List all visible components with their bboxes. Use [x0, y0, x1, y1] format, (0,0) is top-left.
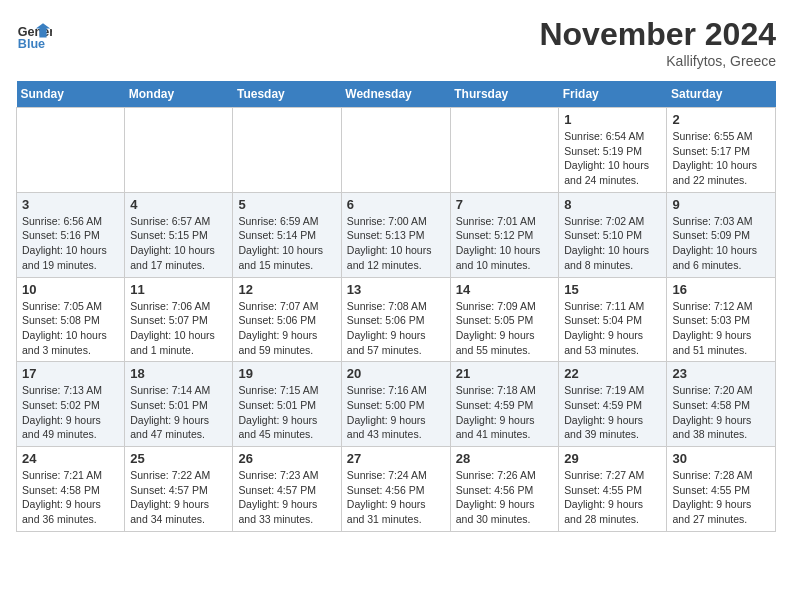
calendar-day-cell: 2Sunrise: 6:55 AM Sunset: 5:17 PM Daylig…: [667, 108, 776, 193]
day-number: 5: [238, 197, 335, 212]
calendar-week-row: 3Sunrise: 6:56 AM Sunset: 5:16 PM Daylig…: [17, 192, 776, 277]
day-info: Sunrise: 7:03 AM Sunset: 5:09 PM Dayligh…: [672, 214, 770, 273]
day-number: 14: [456, 282, 554, 297]
calendar-day-cell: [450, 108, 559, 193]
day-info: Sunrise: 7:22 AM Sunset: 4:57 PM Dayligh…: [130, 468, 227, 527]
day-info: Sunrise: 7:24 AM Sunset: 4:56 PM Dayligh…: [347, 468, 445, 527]
day-info: Sunrise: 7:08 AM Sunset: 5:06 PM Dayligh…: [347, 299, 445, 358]
calendar-day-cell: 15Sunrise: 7:11 AM Sunset: 5:04 PM Dayli…: [559, 277, 667, 362]
weekday-header: Saturday: [667, 81, 776, 108]
day-info: Sunrise: 7:05 AM Sunset: 5:08 PM Dayligh…: [22, 299, 119, 358]
weekday-header-row: SundayMondayTuesdayWednesdayThursdayFrid…: [17, 81, 776, 108]
weekday-header: Sunday: [17, 81, 125, 108]
day-number: 2: [672, 112, 770, 127]
day-number: 18: [130, 366, 227, 381]
weekday-header: Monday: [125, 81, 233, 108]
day-info: Sunrise: 7:15 AM Sunset: 5:01 PM Dayligh…: [238, 383, 335, 442]
calendar-day-cell: [341, 108, 450, 193]
day-number: 25: [130, 451, 227, 466]
logo-icon: General Blue: [16, 16, 52, 52]
calendar-day-cell: 13Sunrise: 7:08 AM Sunset: 5:06 PM Dayli…: [341, 277, 450, 362]
logo: General Blue: [16, 16, 52, 52]
day-number: 6: [347, 197, 445, 212]
calendar-day-cell: 26Sunrise: 7:23 AM Sunset: 4:57 PM Dayli…: [233, 447, 341, 532]
calendar-day-cell: [233, 108, 341, 193]
day-number: 26: [238, 451, 335, 466]
day-number: 21: [456, 366, 554, 381]
day-info: Sunrise: 6:55 AM Sunset: 5:17 PM Dayligh…: [672, 129, 770, 188]
day-number: 27: [347, 451, 445, 466]
weekday-header: Tuesday: [233, 81, 341, 108]
calendar-table: SundayMondayTuesdayWednesdayThursdayFrid…: [16, 81, 776, 532]
day-info: Sunrise: 7:20 AM Sunset: 4:58 PM Dayligh…: [672, 383, 770, 442]
day-number: 7: [456, 197, 554, 212]
location-subtitle: Kallifytos, Greece: [539, 53, 776, 69]
weekday-header: Thursday: [450, 81, 559, 108]
day-info: Sunrise: 7:13 AM Sunset: 5:02 PM Dayligh…: [22, 383, 119, 442]
day-info: Sunrise: 6:57 AM Sunset: 5:15 PM Dayligh…: [130, 214, 227, 273]
day-info: Sunrise: 7:09 AM Sunset: 5:05 PM Dayligh…: [456, 299, 554, 358]
day-info: Sunrise: 7:00 AM Sunset: 5:13 PM Dayligh…: [347, 214, 445, 273]
calendar-day-cell: 21Sunrise: 7:18 AM Sunset: 4:59 PM Dayli…: [450, 362, 559, 447]
calendar-day-cell: 1Sunrise: 6:54 AM Sunset: 5:19 PM Daylig…: [559, 108, 667, 193]
calendar-day-cell: 30Sunrise: 7:28 AM Sunset: 4:55 PM Dayli…: [667, 447, 776, 532]
day-number: 29: [564, 451, 661, 466]
day-info: Sunrise: 6:54 AM Sunset: 5:19 PM Dayligh…: [564, 129, 661, 188]
calendar-day-cell: 3Sunrise: 6:56 AM Sunset: 5:16 PM Daylig…: [17, 192, 125, 277]
day-info: Sunrise: 7:01 AM Sunset: 5:12 PM Dayligh…: [456, 214, 554, 273]
day-info: Sunrise: 6:56 AM Sunset: 5:16 PM Dayligh…: [22, 214, 119, 273]
calendar-day-cell: 14Sunrise: 7:09 AM Sunset: 5:05 PM Dayli…: [450, 277, 559, 362]
day-info: Sunrise: 6:59 AM Sunset: 5:14 PM Dayligh…: [238, 214, 335, 273]
calendar-week-row: 17Sunrise: 7:13 AM Sunset: 5:02 PM Dayli…: [17, 362, 776, 447]
day-number: 9: [672, 197, 770, 212]
day-number: 24: [22, 451, 119, 466]
day-info: Sunrise: 7:02 AM Sunset: 5:10 PM Dayligh…: [564, 214, 661, 273]
calendar-day-cell: 11Sunrise: 7:06 AM Sunset: 5:07 PM Dayli…: [125, 277, 233, 362]
calendar-day-cell: [17, 108, 125, 193]
day-number: 28: [456, 451, 554, 466]
calendar-day-cell: 4Sunrise: 6:57 AM Sunset: 5:15 PM Daylig…: [125, 192, 233, 277]
day-info: Sunrise: 7:18 AM Sunset: 4:59 PM Dayligh…: [456, 383, 554, 442]
page-header: General Blue November 2024 Kallifytos, G…: [16, 16, 776, 69]
calendar-day-cell: 12Sunrise: 7:07 AM Sunset: 5:06 PM Dayli…: [233, 277, 341, 362]
calendar-day-cell: 7Sunrise: 7:01 AM Sunset: 5:12 PM Daylig…: [450, 192, 559, 277]
day-number: 3: [22, 197, 119, 212]
day-info: Sunrise: 7:16 AM Sunset: 5:00 PM Dayligh…: [347, 383, 445, 442]
calendar-day-cell: 16Sunrise: 7:12 AM Sunset: 5:03 PM Dayli…: [667, 277, 776, 362]
day-number: 10: [22, 282, 119, 297]
day-number: 16: [672, 282, 770, 297]
calendar-day-cell: 22Sunrise: 7:19 AM Sunset: 4:59 PM Dayli…: [559, 362, 667, 447]
day-info: Sunrise: 7:21 AM Sunset: 4:58 PM Dayligh…: [22, 468, 119, 527]
calendar-day-cell: 20Sunrise: 7:16 AM Sunset: 5:00 PM Dayli…: [341, 362, 450, 447]
calendar-day-cell: 28Sunrise: 7:26 AM Sunset: 4:56 PM Dayli…: [450, 447, 559, 532]
svg-text:Blue: Blue: [18, 37, 45, 51]
day-info: Sunrise: 7:11 AM Sunset: 5:04 PM Dayligh…: [564, 299, 661, 358]
day-number: 12: [238, 282, 335, 297]
day-number: 1: [564, 112, 661, 127]
day-info: Sunrise: 7:19 AM Sunset: 4:59 PM Dayligh…: [564, 383, 661, 442]
calendar-week-row: 24Sunrise: 7:21 AM Sunset: 4:58 PM Dayli…: [17, 447, 776, 532]
day-info: Sunrise: 7:28 AM Sunset: 4:55 PM Dayligh…: [672, 468, 770, 527]
day-number: 15: [564, 282, 661, 297]
calendar-day-cell: 5Sunrise: 6:59 AM Sunset: 5:14 PM Daylig…: [233, 192, 341, 277]
calendar-day-cell: 17Sunrise: 7:13 AM Sunset: 5:02 PM Dayli…: [17, 362, 125, 447]
calendar-day-cell: 25Sunrise: 7:22 AM Sunset: 4:57 PM Dayli…: [125, 447, 233, 532]
month-title: November 2024: [539, 16, 776, 53]
calendar-day-cell: 24Sunrise: 7:21 AM Sunset: 4:58 PM Dayli…: [17, 447, 125, 532]
day-number: 20: [347, 366, 445, 381]
calendar-day-cell: 27Sunrise: 7:24 AM Sunset: 4:56 PM Dayli…: [341, 447, 450, 532]
day-number: 11: [130, 282, 227, 297]
weekday-header: Wednesday: [341, 81, 450, 108]
calendar-day-cell: 8Sunrise: 7:02 AM Sunset: 5:10 PM Daylig…: [559, 192, 667, 277]
calendar-day-cell: 19Sunrise: 7:15 AM Sunset: 5:01 PM Dayli…: [233, 362, 341, 447]
calendar-week-row: 1Sunrise: 6:54 AM Sunset: 5:19 PM Daylig…: [17, 108, 776, 193]
day-info: Sunrise: 7:14 AM Sunset: 5:01 PM Dayligh…: [130, 383, 227, 442]
calendar-day-cell: 6Sunrise: 7:00 AM Sunset: 5:13 PM Daylig…: [341, 192, 450, 277]
calendar-day-cell: 29Sunrise: 7:27 AM Sunset: 4:55 PM Dayli…: [559, 447, 667, 532]
calendar-day-cell: 23Sunrise: 7:20 AM Sunset: 4:58 PM Dayli…: [667, 362, 776, 447]
day-info: Sunrise: 7:23 AM Sunset: 4:57 PM Dayligh…: [238, 468, 335, 527]
day-number: 30: [672, 451, 770, 466]
title-block: November 2024 Kallifytos, Greece: [539, 16, 776, 69]
day-number: 23: [672, 366, 770, 381]
day-number: 8: [564, 197, 661, 212]
